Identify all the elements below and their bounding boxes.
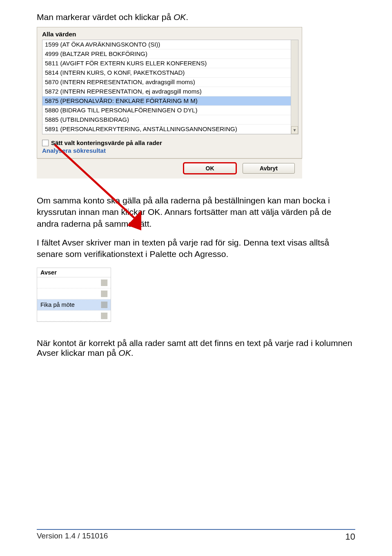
list-item[interactable]: 5811 (AVGIFT FÖR EXTERN KURS ELLER KONFE…	[42, 59, 298, 68]
final-ok-italic: OK	[118, 348, 131, 357]
table-row[interactable]	[37, 310, 111, 322]
drag-handle-icon[interactable]	[101, 279, 107, 286]
list-item[interactable]: 1599 (AT ÖKA AVRÄKNINGSKONTO (SI))	[42, 40, 298, 49]
final-suffix: .	[131, 348, 134, 357]
value-listbox[interactable]: 1599 (AT ÖKA AVRÄKNINGSKONTO (SI)) 4999 …	[42, 40, 298, 134]
value-panel: Alla värden 1599 (AT ÖKA AVRÄKNINGSKONTO…	[37, 27, 302, 159]
intro-text: Man markerar värdet och klickar på	[37, 12, 174, 22]
cancel-button[interactable]: Avbryt	[243, 163, 295, 174]
dialog-button-row: OK Avbryt	[37, 159, 302, 179]
list-item[interactable]: 5885 (UTBILDNINGSBIDRAG)	[42, 115, 298, 125]
body-text: Om samma konto ska gälla på alla raderna…	[37, 195, 355, 260]
page-footer: Version 1.4 / 151016 10	[37, 529, 355, 542]
intro-suffix: .	[186, 12, 188, 22]
ok-button[interactable]: OK	[184, 163, 236, 174]
list-item[interactable]: 4999 (BALTZAR PREL BOKFÖRING)	[42, 49, 298, 59]
final-text: När kontot är korrekt på alla rader samt…	[37, 338, 352, 357]
listbox-scrollbar[interactable]: ▼	[291, 40, 298, 134]
table-row[interactable]	[37, 277, 111, 288]
screenshot-avser-column: Avser Fika på möte	[37, 268, 111, 322]
checkbox-label: Sätt valt konteringsvärde på alla rader	[51, 139, 162, 146]
analyze-search-link[interactable]: Analysera sökresultat	[42, 147, 298, 154]
list-item-selected[interactable]: 5875 (PERSONALVÅRD: ENKLARE FÖRTÄRING M …	[42, 96, 298, 106]
scroll-down-icon[interactable]: ▼	[291, 126, 298, 134]
set-all-rows-checkbox[interactable]	[42, 140, 49, 146]
panel-header: Alla värden	[42, 31, 298, 38]
paragraph-2: I fältet Avser skriver man in texten på …	[37, 237, 355, 260]
drag-handle-icon[interactable]	[101, 301, 107, 308]
footer-page-number: 10	[345, 531, 355, 542]
drag-handle-icon[interactable]	[101, 313, 107, 319]
intro-paragraph: Man markerar värdet och klickar på OK.	[37, 12, 355, 22]
intro-ok-italic: OK	[174, 12, 186, 22]
footer-version: Version 1.4 / 151016	[37, 531, 108, 542]
list-item[interactable]: 5880 (BIDRAG TILL PERSONALFÖRENINGEN O D…	[42, 106, 298, 115]
table-row-editing[interactable]: Fika på möte	[37, 299, 111, 310]
list-item[interactable]: 5814 (INTERN KURS, O KONF, PAKETKOSTNAD)	[42, 68, 298, 78]
avser-input-value[interactable]: Fika på möte	[40, 301, 75, 308]
list-item[interactable]: 5891 (PERSONALREKRYTERING, ANSTÄLLNINGSA…	[42, 125, 298, 134]
list-item[interactable]: 5870 (INTERN REPRESENTATION, avdragsgill…	[42, 78, 298, 87]
table-row[interactable]	[37, 288, 111, 299]
avser-column-header: Avser	[37, 268, 111, 277]
list-item[interactable]: 5872 (INTERN REPRESENTATION, ej avdragsg…	[42, 87, 298, 96]
drag-handle-icon[interactable]	[101, 290, 107, 297]
checkbox-row[interactable]: Sätt valt konteringsvärde på alla rader	[42, 139, 298, 146]
screenshot-value-picker: Alla värden 1599 (AT ÖKA AVRÄKNINGSKONTO…	[37, 27, 302, 179]
paragraph-1: Om samma konto ska gälla på alla raderna…	[37, 195, 355, 230]
final-paragraph: När kontot är korrekt på alla rader samt…	[37, 338, 355, 358]
